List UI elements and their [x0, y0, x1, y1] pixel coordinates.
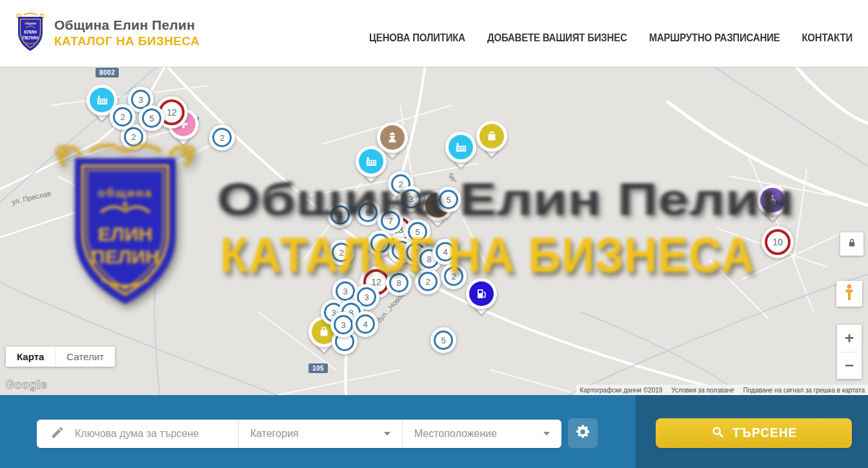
nav-item-bus-schedule[interactable]: МАРШРУТНО РАЗПИСАНИЕ [649, 32, 780, 43]
cluster-marker[interactable]: 2 [415, 269, 441, 294]
cluster-count: 3 [401, 189, 421, 209]
cluster-marker[interactable]: 7 [378, 208, 403, 234]
church-marker[interactable] [757, 185, 788, 216]
map-attribution: Картографски данни ©2019 Условия за полз… [576, 385, 868, 395]
municipality-crest-icon: община ЕЛИН ПЕЛИН [14, 12, 46, 54]
maptype-control: Карта Сателит [6, 347, 115, 367]
map-markers: 213321252235467542278412822333834510 [0, 66, 868, 395]
nav-item-contacts[interactable]: КОНТАКТИ [802, 32, 853, 43]
attribution-terms-link[interactable]: Условия за ползване [671, 387, 734, 394]
main-nav: ЦЕНОВА ПОЛИТИКА ДОБАВЕТЕ ВАШИЯТ БИЗНЕС М… [369, 32, 853, 43]
chevron-down-icon [384, 432, 390, 436]
maptype-satellite-button[interactable]: Сателит [55, 347, 115, 367]
cluster-marker[interactable]: 6 [355, 199, 381, 225]
nav-item-pricing[interactable]: ЦЕНОВА ПОЛИТИКА [369, 32, 465, 43]
cluster-count: 2 [444, 267, 463, 286]
svg-text:ЕЛИН: ЕЛИН [24, 30, 37, 34]
category-select-label: Категория [250, 428, 299, 440]
cluster-count: 10 [765, 229, 791, 255]
cluster-count: 4 [330, 205, 350, 225]
cluster-count: 4 [436, 242, 455, 261]
factory-icon [359, 149, 383, 174]
factory-marker[interactable] [356, 146, 387, 177]
chevron-down-icon [543, 432, 550, 436]
location-select-label: Местоположение [414, 428, 497, 440]
google-logo[interactable]: Google [5, 378, 47, 392]
cluster-marker[interactable]: 5 [436, 187, 461, 212]
cluster-count: 5 [439, 190, 458, 209]
gear-icon [574, 423, 591, 443]
cluster-marker[interactable]: 4 [352, 311, 378, 337]
attribution-report-error-link[interactable]: Подаване на сигнал за грешка в картата [743, 387, 865, 394]
search-bar: Категория Местоположение ТЪРСЕ [0, 395, 868, 468]
maptype-map-button[interactable]: Карта [6, 347, 55, 367]
nav-item-add-business[interactable]: ДОБАВЕТЕ ВАШИЯТ БИЗНЕС [487, 32, 627, 43]
cluster-marker[interactable]: 4 [327, 202, 353, 228]
cluster-marker[interactable]: 2 [328, 239, 354, 265]
search-icon [711, 425, 725, 442]
page: община ЕЛИН ПЕЛИН Община Елин Пелин КАТА… [0, 0, 868, 468]
cluster-marker[interactable]: 2 [441, 263, 467, 289]
fuel-pump-icon [469, 281, 494, 306]
site-tagline: КАТАЛОГ НА БИЗНЕСА [54, 34, 199, 48]
church-icon [760, 188, 785, 212]
attribution-data-notice: Картографски данни ©2019 [580, 387, 662, 394]
cluster-marker[interactable]: 2 [110, 104, 136, 130]
cluster-count: 5 [142, 108, 161, 128]
fuel-pump-marker[interactable] [466, 278, 497, 309]
cluster-count: 4 [370, 234, 390, 253]
cluster-count: 2 [124, 127, 143, 147]
keyword-input[interactable] [74, 427, 238, 440]
shopping-bag-icon [479, 124, 504, 148]
cluster-marker[interactable]: 5 [139, 105, 165, 131]
cluster-count: 2 [418, 272, 438, 291]
search-fields: Категория Местоположение [37, 420, 561, 448]
factory-icon [90, 88, 114, 112]
cluster-count: 2 [332, 243, 351, 262]
cluster-count: 3 [334, 315, 353, 334]
cluster-marker[interactable]: 5 [430, 327, 456, 353]
cluster-count: 6 [358, 203, 378, 222]
cluster-marker[interactable]: 4 [432, 239, 458, 265]
svg-text:община: община [25, 21, 36, 25]
zoom-control: + − [837, 325, 862, 379]
cluster-count: 2 [113, 107, 132, 127]
pencil-icon [50, 425, 65, 442]
site-logo[interactable]: община ЕЛИН ПЕЛИН Община Елин Пелин КАТА… [14, 12, 199, 54]
pegman-icon [842, 283, 857, 304]
cluster-count: 5 [434, 331, 453, 350]
factory-icon [449, 135, 473, 159]
cluster-count: 3 [336, 281, 355, 301]
shopping-bag-marker[interactable] [476, 121, 507, 152]
location-select[interactable]: Местоположение [402, 420, 561, 448]
lock-icon [846, 237, 858, 251]
cluster-marker[interactable]: 10 [762, 226, 794, 258]
advanced-settings-button[interactable] [568, 418, 598, 448]
keyword-field[interactable] [37, 420, 238, 448]
cluster-marker[interactable]: 8 [386, 270, 412, 296]
cluster-count: 7 [381, 211, 400, 230]
cluster-count: 8 [389, 273, 409, 292]
cluster-count: 5 [408, 222, 427, 241]
street-view-pegman-button[interactable] [836, 281, 862, 307]
site-name: Община Елин Пелин [54, 17, 199, 33]
zoom-in-button[interactable]: + [837, 325, 862, 352]
search-button[interactable]: ТЪРСЕНЕ [656, 418, 852, 448]
search-button-label: ТЪРСЕНЕ [732, 425, 797, 440]
cluster-marker[interactable]: 3 [398, 186, 424, 212]
cluster-count: 4 [356, 314, 375, 334]
header: община ЕЛИН ПЕЛИН Община Елин Пелин КАТА… [0, 0, 868, 67]
google-map[interactable]: ул. Преславбул. „Новоселци“ 8002105 2133… [0, 66, 868, 395]
lock-button[interactable] [840, 232, 863, 256]
zoom-out-button[interactable]: − [837, 352, 862, 380]
cluster-count: 2 [212, 128, 232, 147]
svg-text:ПЕЛИН: ПЕЛИН [23, 36, 39, 40]
cluster-marker[interactable]: 2 [209, 125, 235, 150]
category-select[interactable]: Категория [238, 420, 402, 448]
factory-marker[interactable] [445, 132, 476, 163]
logo-text: Община Елин Пелин КАТАЛОГ НА БИЗНЕСА [54, 17, 199, 48]
